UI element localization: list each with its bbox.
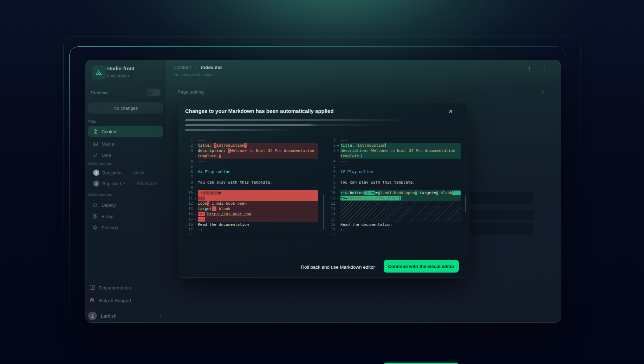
code-segment: Welcome to Nuxt UI Pro documentation <box>230 148 314 153</box>
code-segment: target <box>198 206 212 211</box>
diff-line: 5 <box>328 164 461 169</box>
kebab-icon[interactable]: ⋮ <box>158 313 163 319</box>
code-segment: = <box>345 196 347 200</box>
code-text: --- <box>340 138 461 143</box>
code-text: --- <box>198 196 318 201</box>
diff-line: 3+description: Welcome to Nuxt UI Pro do… <box>328 148 461 153</box>
code-text: template. <box>340 153 461 159</box>
sidebar-item-label: Settings <box>102 225 118 230</box>
line-number: 10 <box>328 190 336 196</box>
skeleton-line <box>185 129 291 131</box>
sidebar-item-help-support[interactable]: Help & Support <box>89 297 131 304</box>
collaborator-row[interactable]: Benjamin… · About <box>93 170 144 176</box>
diff-pane-original: 1---2-title: "Introduction"3-description… <box>185 138 318 242</box>
diff-marker <box>336 164 340 169</box>
toggle-knob <box>147 90 153 96</box>
line-number: 2 <box>328 143 336 148</box>
line-number: 11 <box>328 196 336 201</box>
code-segment: template. <box>198 154 219 158</box>
background-field-row <box>470 223 533 235</box>
diff-marker <box>193 164 198 169</box>
breadcrumb-parent[interactable]: Content <box>174 65 191 70</box>
diff-view: 1---2-title: "Introduction"3-description… <box>185 138 461 242</box>
diff-line: 6## Play online <box>328 169 461 174</box>
diff-line: 3-description: "Welcome to Nuxt UI Pro d… <box>185 148 318 153</box>
code-text: description: Welcome to Nuxt UI Pro docu… <box>340 148 461 153</box>
rollback-button[interactable]: Roll back and use Markdown editor <box>301 261 375 273</box>
sidebar-item-content[interactable]: Content <box>88 126 163 137</box>
diff-line: 15 <box>328 217 461 222</box>
code-segment: https://ui.nuxt.com/ <box>350 196 396 200</box>
sidebar-item-deploy[interactable]: Deploy <box>88 200 163 210</box>
diff-line: 6## Play online <box>185 169 318 174</box>
diff-line: 11---- <box>185 196 318 201</box>
code-segment: ## Play online <box>198 170 230 174</box>
diff-line: 9 <box>328 185 461 190</box>
diff-marker <box>336 217 340 222</box>
diff-line: 11+to="https://ui.nuxt.com/"} <box>328 196 461 201</box>
line-number: 3 <box>328 148 336 153</box>
scrollbar-thumb[interactable] <box>323 194 324 230</box>
sidebar-item-documentation[interactable]: Documentation <box>89 285 131 291</box>
unfold-icon[interactable] <box>526 66 532 72</box>
page-background: studio-front nuxt.studio Preview No chan… <box>0 0 644 364</box>
code-segment <box>362 154 362 158</box>
diff-marker <box>336 185 340 190</box>
no-changes-button[interactable]: No changes <box>88 102 163 114</box>
preview-toggle[interactable] <box>147 89 161 96</box>
code-segment: You can play with this template: <box>340 180 415 185</box>
code-segment: template. <box>340 154 362 158</box>
header-actions: ⋮ <box>526 65 547 72</box>
section-project: Collaborators <box>88 192 112 197</box>
project-logo[interactable] <box>92 65 106 79</box>
scrollbar-thumb[interactable] <box>465 196 466 212</box>
separator-dot: · <box>129 170 130 175</box>
sidebar-item-label: Data <box>102 153 111 158</box>
line-number: 9 <box>328 185 336 190</box>
continue-button[interactable]: Continue with the visual editor <box>384 260 459 273</box>
code-text: --- <box>198 138 318 143</box>
sidebar-item-billing[interactable]: Billing <box>88 211 163 222</box>
line-number: 1 <box>185 138 193 143</box>
code-segment: --- <box>198 159 205 164</box>
diff-line: 5 <box>185 164 318 169</box>
status-text: No changes detected <box>174 72 213 77</box>
code-text <box>340 174 461 180</box>
code-segment: " <box>347 196 350 200</box>
sidebar-item-settings[interactable]: Settings <box>88 222 163 233</box>
line-number: 1 <box>328 138 336 143</box>
user-menu[interactable]: Larbish ⋮ <box>88 311 163 321</box>
diff-line: 7 <box>328 174 461 180</box>
code-segment: " <box>396 196 399 200</box>
diff-line: 13 <box>328 206 461 211</box>
diff-marker: + <box>336 143 340 148</box>
close-icon[interactable]: ✕ <box>446 107 456 116</box>
code-text: template." <box>198 153 318 159</box>
code-segment: Introduction <box>216 143 244 148</box>
chevron-right-icon[interactable]: › <box>541 88 544 96</box>
code-segment: target <box>417 191 434 195</box>
sidebar-item-media[interactable]: Media <box>88 139 163 149</box>
sidebar-item-data[interactable]: Data <box>88 150 163 160</box>
code-text: --- <box>198 159 318 164</box>
line-number: 13 <box>328 206 336 211</box>
gear-icon <box>92 225 98 230</box>
code-segment: " <box>214 143 216 148</box>
code-segment: } <box>399 196 401 200</box>
code-segment: --- <box>340 159 347 164</box>
collaborator-row[interactable]: Baptiste Le… · Showcase <box>93 180 157 187</box>
diff-line: 14-to: https://ui.nuxt.com <box>185 211 318 217</box>
code-text <box>198 164 318 169</box>
code-text <box>198 185 318 190</box>
code-segment: :: <box>198 191 202 195</box>
diff-line: 12 <box>328 201 461 206</box>
kebab-icon[interactable]: ⋮ <box>541 65 547 72</box>
diff-marker: - <box>193 206 198 211</box>
code-text: ::u-button{icon="i-mdi-book-open" target… <box>340 190 461 196</box>
code-segment: i-mdi-book-open <box>209 201 247 206</box>
diff-marker: - <box>193 201 198 206</box>
line-number: 9 <box>185 185 193 190</box>
diff-marker <box>336 222 340 227</box>
diff-marker <box>193 169 198 174</box>
line-number: 5 <box>328 164 336 169</box>
